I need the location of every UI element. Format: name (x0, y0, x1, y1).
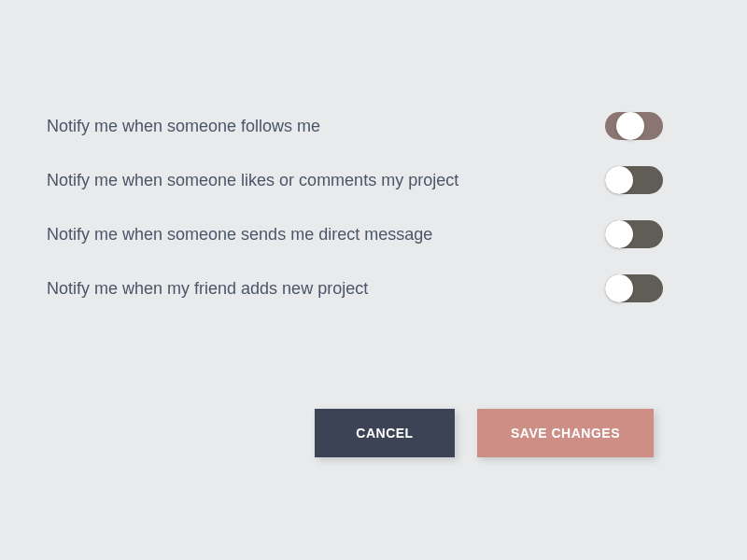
setting-row-friend-project: Notify me when my friend adds new projec… (47, 274, 663, 302)
toggle-knob (605, 274, 633, 302)
setting-label: Notify me when someone follows me (47, 117, 320, 136)
setting-label: Notify me when my friend adds new projec… (47, 279, 368, 299)
save-changes-button[interactable]: SAVE CHANGES (477, 409, 654, 457)
toggle-knob (605, 166, 633, 194)
toggle-likes-comments[interactable] (605, 166, 663, 194)
setting-label: Notify me when someone sends me direct m… (47, 225, 432, 245)
toggle-follows[interactable] (605, 112, 663, 140)
toggle-knob (616, 112, 644, 140)
action-buttons: CANCEL SAVE CHANGES (315, 409, 654, 457)
setting-row-likes-comments: Notify me when someone likes or comments… (47, 166, 663, 194)
cancel-button[interactable]: CANCEL (315, 409, 455, 457)
setting-row-direct-message: Notify me when someone sends me direct m… (47, 220, 663, 248)
notification-settings-panel: Notify me when someone follows me Notify… (0, 0, 747, 302)
toggle-friend-project[interactable] (605, 274, 663, 302)
setting-row-follows: Notify me when someone follows me (47, 112, 663, 140)
toggle-direct-message[interactable] (605, 220, 663, 248)
toggle-knob (605, 220, 633, 248)
setting-label: Notify me when someone likes or comments… (47, 171, 458, 190)
